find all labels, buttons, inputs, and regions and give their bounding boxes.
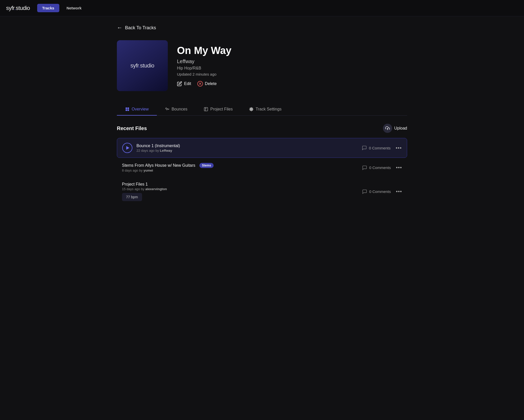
file-name-1: Bounce 1 (Instrumental) [136, 144, 180, 148]
tab-bounces-label: Bounces [172, 107, 187, 111]
file-meta-1: 22 days ago by Leffway [136, 149, 180, 152]
upload-button[interactable]: Upload [383, 124, 407, 133]
comment-count-3: 0 Comments [362, 189, 391, 194]
file-row-1: Bounce 1 (Instrumental) 22 days ago by L… [117, 138, 407, 158]
recent-files-title: Recent Files [117, 125, 147, 131]
tab-track-settings-label: Track Settings [256, 107, 282, 111]
back-to-tracks-link[interactable]: ← Back To Tracks [117, 24, 407, 31]
edit-icon [177, 81, 182, 86]
overview-icon [125, 107, 130, 111]
comment-icon-2 [362, 165, 367, 170]
edit-button[interactable]: Edit [177, 81, 191, 86]
edit-label: Edit [184, 81, 191, 86]
file-row-3-left: Project Files 1 15 days ago by alexervin… [122, 182, 167, 201]
file-author-3: alexervington [145, 187, 167, 191]
svg-rect-1 [128, 107, 129, 109]
file-row-2-left: Stems From Allys House w/ New Guitars St… [122, 163, 214, 172]
tabs-bar: Overview Bounces Project Files Track Set… [117, 103, 407, 116]
art-logo-dot: . [139, 62, 140, 69]
file-info-1: Bounce 1 (Instrumental) 22 days ago by L… [136, 144, 180, 152]
bounces-icon [165, 107, 170, 111]
file-row-3: Project Files 1 15 days ago by alexervin… [117, 177, 407, 206]
network-nav-button[interactable]: Network [61, 4, 87, 12]
svg-rect-4 [204, 107, 208, 111]
file-info-2: Stems From Allys House w/ New Guitars St… [122, 163, 214, 172]
tab-overview[interactable]: Overview [117, 103, 157, 116]
file-row-2: Stems From Allys House w/ New Guitars St… [117, 158, 407, 177]
main-content: ← Back To Tracks syfr.studio On My Way L… [107, 16, 417, 214]
tab-overview-label: Overview [132, 107, 149, 111]
delete-icon: ✕ [197, 81, 203, 87]
delete-button[interactable]: ✕ Delete [197, 81, 217, 87]
track-updated: Updated 2 minutes ago [177, 72, 231, 76]
file-row-3-right: 0 Comments ••• [362, 189, 402, 194]
comment-label-2: 0 Comments [369, 165, 391, 170]
file-row-1-right: 0 Comments ••• [362, 145, 402, 151]
track-artist: Leffway [177, 59, 231, 64]
upload-label: Upload [394, 126, 407, 131]
track-info: On My Way Leffway Hip Hop/R&B Updated 2 … [177, 40, 231, 91]
back-label: Back To Tracks [125, 25, 156, 31]
tracks-nav-button[interactable]: Tracks [37, 4, 60, 12]
svg-rect-0 [126, 107, 127, 109]
track-genre: Hip Hop/R&B [177, 66, 231, 71]
track-actions: Edit ✕ Delete [177, 81, 231, 87]
track-artwork: syfr.studio [117, 40, 168, 91]
track-art-logo: syfr.studio [130, 62, 154, 69]
comment-icon-1 [362, 145, 367, 150]
comment-label-1: 0 Comments [369, 146, 391, 150]
file-name-2: Stems From Allys House w/ New Guitars [122, 163, 195, 168]
logo-dot: . [14, 5, 16, 11]
tab-project-files[interactable]: Project Files [196, 103, 241, 116]
file-meta-2: 8 days ago by yumei [122, 169, 214, 172]
tab-bounces[interactable]: Bounces [157, 103, 196, 116]
navbar: syfr.studio Tracks Network [0, 0, 524, 16]
comment-count-2: 0 Comments [362, 165, 391, 170]
play-button-1[interactable] [122, 143, 132, 153]
file-author-2: yumei [144, 169, 153, 172]
project-files-icon [204, 107, 208, 111]
logo: syfr.studio [6, 5, 30, 11]
track-title: On My Way [177, 45, 231, 56]
delete-label: Delete [205, 81, 217, 86]
recent-files-header: Recent Files Upload [117, 124, 407, 133]
track-header: syfr.studio On My Way Leffway Hip Hop/R&… [117, 40, 407, 91]
back-arrow-icon: ← [117, 24, 122, 31]
file-meta-3: 15 days ago by alexervington [122, 187, 167, 191]
comment-count-1: 0 Comments [362, 145, 391, 150]
track-settings-icon [249, 107, 254, 111]
comment-icon-3 [362, 189, 367, 194]
cloud-upload-icon [385, 126, 390, 131]
upload-icon [383, 124, 392, 133]
stems-badge: Stems [199, 163, 214, 168]
file-row-1-left: Bounce 1 (Instrumental) 22 days ago by L… [122, 143, 180, 153]
file-info-3: Project Files 1 15 days ago by alexervin… [122, 182, 167, 201]
more-menu-button-2[interactable]: ••• [396, 165, 402, 171]
tab-track-settings[interactable]: Track Settings [241, 103, 290, 116]
comment-label-3: 0 Comments [369, 189, 391, 194]
svg-rect-2 [126, 109, 127, 111]
more-menu-button-3[interactable]: ••• [396, 189, 402, 194]
more-menu-button-1[interactable]: ••• [396, 145, 402, 151]
play-triangle-1 [126, 146, 129, 150]
svg-rect-3 [128, 109, 129, 111]
bpm-badge: 77 bpm [122, 193, 142, 201]
file-row-2-right: 0 Comments ••• [362, 165, 402, 171]
file-name-3: Project Files 1 [122, 182, 167, 187]
tab-project-files-label: Project Files [210, 107, 233, 111]
file-author-1: Leffway [160, 149, 172, 152]
